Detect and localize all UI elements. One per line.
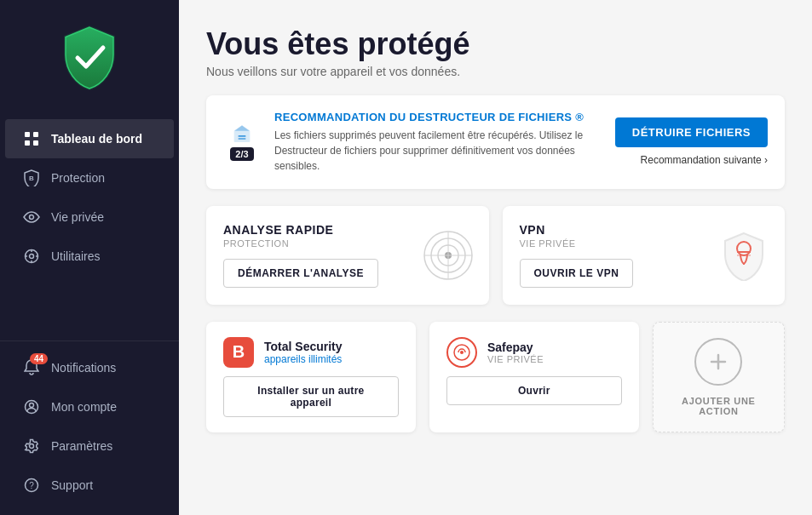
safepay-info: Safepay VIE PRIVÉE [487, 340, 544, 364]
main-nav: Tableau de bord B Protection Vie privée [0, 112, 179, 340]
svg-point-5 [30, 215, 34, 220]
add-action-card[interactable]: AJOUTER UNE ACTION [653, 322, 785, 432]
app-logo [0, 0, 179, 112]
eye-icon [22, 208, 41, 226]
svg-rect-18 [239, 138, 246, 140]
svg-rect-0 [25, 132, 30, 137]
total-security-card: B Total Security appareils illimités Ins… [206, 322, 416, 432]
destroy-files-button[interactable]: DÉTRUIRE FICHIERS [615, 117, 768, 147]
rec-icon: 2/3 [223, 123, 261, 161]
sidebar-item-label-mon-compte: Mon compte [51, 400, 117, 414]
total-security-header: B Total Security appareils illimités [223, 337, 399, 368]
sidebar-item-label-support: Support [51, 478, 93, 492]
gear-icon [22, 437, 41, 455]
sidebar-item-parametres[interactable]: Paramètres [5, 426, 174, 466]
svg-text:?: ? [29, 481, 34, 490]
sidebar-item-support[interactable]: ? Support [5, 466, 174, 505]
notification-badge: 44 [30, 353, 48, 364]
total-security-info: Total Security appareils illimités [264, 340, 343, 365]
sidebar-item-protection[interactable]: B Protection [5, 158, 174, 197]
vpn-subtitle: VIE PRIVÉE [520, 238, 576, 249]
safepay-sub: VIE PRIVÉE [487, 354, 544, 364]
bell-icon: 44 [22, 358, 41, 377]
sidebar-item-label-utilitaires: Utilitaires [51, 249, 101, 263]
tools-icon [22, 247, 41, 266]
safepay-card: Safepay VIE PRIVÉE Ouvrir [429, 322, 639, 432]
rec-title: RECOMMANDATION DU DESTRUCTEUR DE FICHIER… [274, 111, 602, 123]
open-vpn-button[interactable]: OUVRIR LE VPN [520, 259, 634, 288]
total-security-name: Total Security [264, 340, 343, 353]
svg-point-13 [30, 403, 34, 408]
sidebar-item-label-notifications: Notifications [51, 361, 116, 375]
add-action-label: AJOUTER UNE ACTION [671, 396, 767, 416]
sidebar-item-label-parametres: Paramètres [51, 439, 112, 453]
vpn-card: VPN VIE PRIVÉE OUVRIR LE VPN [503, 206, 786, 305]
rec-content: RECOMMANDATION DU DESTRUCTEUR DE FICHIER… [274, 111, 602, 174]
vpn-shield-icon [717, 228, 771, 283]
svg-rect-1 [33, 132, 38, 137]
rec-description: Les fichiers supprimés peuvent facilemen… [274, 128, 602, 174]
svg-text:B: B [29, 175, 34, 182]
sidebar-item-utilitaires[interactable]: Utilitaires [5, 237, 174, 276]
analyse-rapide-title-block: ANALYSE RAPIDE PROTECTION [223, 223, 333, 249]
header: Vous êtes protégé Nous veillons sur votr… [206, 27, 785, 78]
sidebar-item-label-protection: Protection [51, 171, 105, 185]
vpn-title-block: VPN VIE PRIVÉE [520, 223, 576, 249]
sidebar-item-vie-privee[interactable]: Vie privée [5, 197, 174, 237]
main-content: Vous êtes protégé Nous veillons sur votr… [179, 0, 812, 515]
analyse-rapide-card: ANALYSE RAPIDE PROTECTION DÉMARRER L'ANA… [206, 206, 489, 305]
svg-rect-2 [25, 140, 30, 146]
svg-point-26 [460, 351, 464, 354]
shield-b-icon: B [22, 169, 41, 187]
total-security-sub: appareils illimités [264, 353, 343, 365]
safepay-header: Safepay VIE PRIVÉE [446, 337, 622, 368]
sidebar: Tableau de bord B Protection Vie privée [0, 0, 179, 515]
recommendation-card: 2/3 RECOMMANDATION DU DESTRUCTEUR DE FIC… [206, 95, 785, 189]
sidebar-item-label-tableau: Tableau de bord [51, 132, 142, 146]
analyse-rapide-title: ANALYSE RAPIDE [223, 223, 333, 237]
sidebar-item-tableau[interactable]: Tableau de bord [5, 119, 174, 158]
bottom-cards-row: B Total Security appareils illimités Ins… [206, 322, 785, 432]
svg-rect-17 [239, 134, 246, 136]
safepay-name: Safepay [487, 340, 544, 354]
rec-counter: 2/3 [230, 147, 253, 161]
vpn-title: VPN [520, 223, 576, 237]
svg-point-7 [30, 255, 34, 259]
sidebar-item-mon-compte[interactable]: Mon compte [5, 387, 174, 426]
safepay-icon [446, 337, 477, 368]
analyse-rapide-subtitle: PROTECTION [223, 238, 333, 249]
add-action-circle-icon [694, 338, 742, 386]
top-cards-row: ANALYSE RAPIDE PROTECTION DÉMARRER L'ANA… [206, 206, 785, 305]
next-recommendation-link[interactable]: Recommandation suivante › [641, 154, 768, 166]
rec-actions: DÉTRUIRE FICHIERS Recommandation suivant… [615, 117, 768, 166]
help-circle-icon: ? [22, 476, 41, 495]
sidebar-item-notifications[interactable]: 44 Notifications [5, 348, 174, 387]
start-analysis-button[interactable]: DÉMARRER L'ANALYSE [223, 259, 378, 288]
page-subtitle: Nous veillons sur votre appareil et vos … [206, 65, 785, 78]
sidebar-item-label-vie-privee: Vie privée [51, 210, 104, 224]
grid-icon [22, 129, 41, 148]
svg-rect-3 [33, 140, 38, 146]
shield-logo-icon [59, 24, 120, 92]
sidebar-bottom: 44 Notifications Mon compte [0, 340, 179, 515]
user-circle-icon [22, 398, 41, 416]
radar-icon [421, 228, 475, 283]
install-other-device-button[interactable]: Installer sur un autre appareil [223, 376, 399, 417]
open-safepay-button[interactable]: Ouvrir [446, 376, 622, 405]
svg-point-14 [30, 444, 34, 449]
bitdefender-b-icon: B [223, 337, 254, 368]
page-title: Vous êtes protégé [206, 27, 785, 61]
